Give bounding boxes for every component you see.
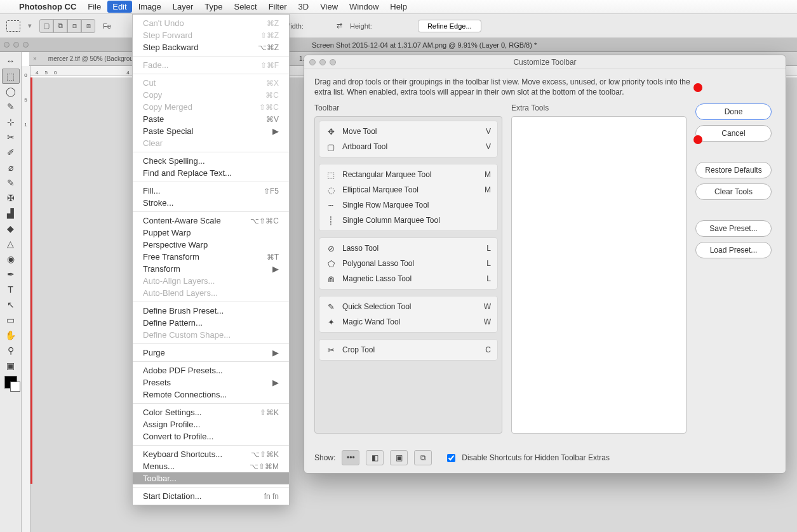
tool-eyedropper[interactable]: ✂ [2, 130, 20, 145]
menu-item[interactable]: Presets▶ [133, 376, 289, 389]
dialog-min-icon[interactable] [319, 59, 326, 65]
show-option-2[interactable]: ◧ [366, 450, 384, 465]
extra-tools-list[interactable] [511, 116, 686, 434]
mode-int[interactable]: ⧆ [81, 19, 95, 33]
tool-group[interactable]: ✎Quick Selection ToolW✦Magic Wand ToolW [319, 296, 498, 333]
tool-row[interactable]: ⋒Magnetic Lasso ToolL [319, 271, 497, 286]
menu-item[interactable]: Start Dictation...fn fn [133, 490, 289, 502]
restore-defaults-button[interactable]: Restore Defaults [695, 162, 772, 178]
tool-crop[interactable]: ⊹ [2, 114, 20, 130]
tool-heal[interactable]: ✐ [2, 145, 20, 160]
tool-hand[interactable]: ✋ [2, 328, 20, 343]
menu-item[interactable]: Paste⌘V [133, 113, 289, 125]
tool-row[interactable]: ⊘Lasso ToolL [319, 241, 497, 256]
menu-type[interactable]: Type [204, 2, 222, 11]
tool-dodge[interactable]: ◉ [2, 251, 20, 267]
menu-item[interactable]: Keyboard Shortcuts...⌥⇧⌘K [133, 448, 289, 460]
menu-item[interactable]: Stroke... [133, 197, 289, 209]
tool-row[interactable]: ▢Artboard ToolV [319, 139, 497, 154]
menu-item[interactable]: Menus...⌥⇧⌘M [133, 460, 289, 472]
window-max-icon[interactable] [23, 42, 29, 48]
show-option-4[interactable]: ⧉ [414, 450, 432, 465]
mode-add[interactable]: ⧉ [53, 19, 67, 33]
tool-brush[interactable]: ⌀ [2, 160, 20, 175]
menu-item[interactable]: Transform▶ [133, 263, 289, 275]
tool-row[interactable]: ✎Quick Selection ToolW [319, 299, 497, 314]
menu-image[interactable]: Image [138, 2, 161, 11]
menu-item[interactable]: Convert to Profile... [133, 430, 289, 442]
clear-tools-button[interactable]: Clear Tools [695, 183, 772, 200]
mode-sub[interactable]: ⧈ [67, 19, 81, 33]
tool-shape[interactable]: ▭ [2, 312, 20, 328]
menu-item[interactable]: Free Transform⌘T [133, 251, 289, 263]
menu-view[interactable]: View [320, 2, 338, 11]
done-button[interactable]: Done [695, 103, 772, 120]
color-swatch[interactable] [4, 376, 17, 389]
tool-zoom[interactable]: ⚲ [2, 343, 20, 358]
dialog-max-icon[interactable] [330, 59, 336, 65]
tool-group[interactable]: ✂Crop ToolC [319, 339, 498, 361]
tool-pen[interactable]: ✒ [2, 267, 20, 282]
tool-lasso[interactable]: ◯ [2, 84, 20, 99]
tool-row[interactable]: ⬚Rectangular Marquee ToolM [319, 167, 497, 182]
tab-mercer[interactable]: mercer 2.tif @ 50% (Backgrou [42, 55, 140, 62]
menu-file[interactable]: File [88, 2, 101, 11]
menu-item[interactable]: Remote Connections... [133, 389, 289, 401]
menu-help[interactable]: Help [390, 2, 407, 11]
tool-history[interactable]: ✠ [2, 190, 20, 206]
tool-edit-toolbar[interactable]: ▣ [2, 358, 20, 373]
menu-item[interactable]: Find and Replace Text... [133, 167, 289, 179]
tool-blur[interactable]: △ [2, 236, 20, 251]
tool-group[interactable]: ⬚Rectangular Marquee ToolM◌Elliptical Ma… [319, 164, 498, 231]
tool-path[interactable]: ↖ [2, 297, 20, 312]
tool-gradient[interactable]: ◆ [2, 221, 20, 236]
menu-item[interactable]: Check Spelling... [133, 155, 289, 167]
disable-shortcuts-checkbox[interactable] [447, 454, 455, 462]
menu-item[interactable]: Perspective Warp [133, 239, 289, 251]
tool-row[interactable]: ✥Move ToolV [319, 124, 497, 139]
toolbar-list[interactable]: ✥Move ToolV▢Artboard ToolV⬚Rectangular M… [314, 116, 502, 434]
menu-window[interactable]: Window [349, 2, 378, 11]
dialog-titlebar[interactable]: Customize Toolbar [304, 55, 786, 69]
menu-select[interactable]: Select [234, 2, 257, 11]
cancel-button[interactable]: Cancel [695, 125, 772, 142]
window-min-icon[interactable] [13, 42, 19, 48]
menu-3d[interactable]: 3D [298, 2, 309, 11]
menu-item[interactable]: Fill...⇧F5 [133, 185, 289, 197]
menu-edit[interactable]: Edit [107, 1, 131, 13]
tool-row[interactable]: ┊Single Column Marquee Tool [319, 213, 497, 228]
menu-item[interactable]: Purge▶ [133, 347, 289, 359]
tool-clone[interactable]: ✎ [2, 175, 20, 190]
tool-group[interactable]: ⊘Lasso ToolL⬠Polygonal Lasso ToolL⋒Magne… [319, 237, 498, 289]
menu-item[interactable]: Puppet Warp [133, 227, 289, 239]
tool-type[interactable]: T [2, 282, 20, 297]
menu-item[interactable]: Paste Special▶ [133, 125, 289, 137]
tool-row[interactable]: ✦Magic Wand ToolW [319, 314, 497, 329]
marquee-icon[interactable] [6, 20, 20, 32]
menu-filter[interactable]: Filter [269, 2, 287, 11]
load-preset-button[interactable]: Load Preset... [695, 242, 772, 258]
menu-item[interactable]: Assign Profile... [133, 418, 289, 430]
tool-move[interactable]: ↔ [2, 53, 20, 69]
tool-row[interactable]: ✂Crop ToolC [319, 342, 497, 357]
menu-item[interactable]: Define Pattern... [133, 317, 289, 329]
menu-item[interactable]: Color Settings...⇧⌘K [133, 406, 289, 418]
menu-layer[interactable]: Layer [173, 2, 194, 11]
tool-group[interactable]: ✥Move ToolV▢Artboard ToolV [319, 121, 498, 157]
menu-item[interactable]: Toolbar... [133, 472, 289, 484]
tool-row[interactable]: ⬠Polygonal Lasso ToolL [319, 256, 497, 271]
menu-item[interactable]: Content-Aware Scale⌥⇧⌘C [133, 215, 289, 227]
menu-item[interactable]: Adobe PDF Presets... [133, 364, 289, 376]
tool-quick-select[interactable]: ✎ [2, 99, 20, 114]
show-option-3[interactable]: ▣ [390, 450, 408, 465]
menu-item[interactable]: Define Brush Preset... [133, 305, 289, 317]
tool-row[interactable]: ◌Elliptical Marquee ToolM [319, 182, 497, 197]
save-preset-button[interactable]: Save Preset... [695, 220, 772, 237]
refine-edge-button[interactable]: Refine Edge... [418, 20, 481, 32]
dialog-close-icon[interactable] [309, 59, 316, 65]
tool-eraser[interactable]: ▟ [2, 206, 20, 221]
tool-row[interactable]: ┄Single Row Marquee Tool [319, 197, 497, 213]
tool-marquee[interactable]: ⬚ [2, 69, 20, 84]
menu-item[interactable]: Step Backward⌥⌘Z [133, 41, 289, 53]
show-option-1[interactable]: ••• [342, 450, 359, 465]
